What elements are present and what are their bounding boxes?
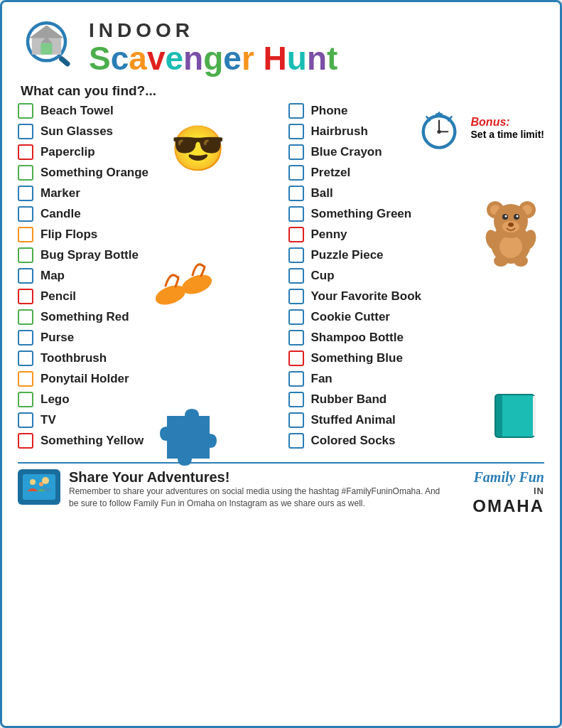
item-label: Your Favorite Book (311, 289, 422, 304)
n-letter: n (183, 42, 203, 75)
svg-rect-36 (495, 395, 502, 437)
list-item[interactable]: Shampoo Bottle (288, 330, 545, 346)
item-label: Pencil (40, 289, 76, 304)
checkbox[interactable] (18, 350, 33, 366)
checkbox[interactable] (288, 124, 304, 139)
checkbox[interactable] (288, 371, 304, 387)
checkbox[interactable] (18, 289, 33, 304)
list-item[interactable]: Marker (18, 186, 274, 201)
item-label: Candle (40, 207, 81, 221)
checkbox[interactable] (18, 330, 33, 346)
e-letter: e (165, 42, 183, 75)
checkbox[interactable] (18, 433, 33, 449)
checkbox[interactable] (288, 165, 304, 181)
e2-letter: e (223, 42, 242, 75)
list-item[interactable]: Something Orange (18, 165, 274, 181)
checklist-area: Bonus: Set a time limit! Beach TowelSun … (18, 103, 544, 454)
checkbox[interactable] (288, 433, 304, 449)
list-item[interactable]: Sun Glasses (18, 124, 274, 139)
svg-rect-9 (435, 113, 443, 117)
a-letter: a (129, 42, 147, 75)
list-item[interactable]: Map (18, 268, 274, 284)
list-item[interactable]: Cookie Cutter (288, 309, 545, 325)
checkbox[interactable] (288, 289, 304, 304)
list-item[interactable]: Purse (18, 330, 274, 346)
checkbox[interactable] (288, 268, 304, 284)
item-label: Phone (311, 104, 348, 118)
v-letter: v (147, 42, 166, 75)
svg-rect-4 (40, 43, 52, 55)
title-block: INDOOR Scavenger Hunt (89, 19, 337, 75)
list-item[interactable]: Ponytail Holder (18, 371, 274, 387)
footer: Share Your Adventures! Remember to share… (18, 462, 544, 516)
item-label: Something Blue (311, 351, 403, 365)
list-item[interactable]: TV (18, 412, 274, 428)
checkbox[interactable] (18, 124, 33, 139)
list-item[interactable]: Bug Spray Bottle (18, 247, 274, 263)
list-item[interactable]: Something Yellow (18, 433, 274, 449)
checkbox[interactable] (18, 412, 33, 428)
checkbox[interactable] (288, 186, 304, 201)
checkbox[interactable] (288, 392, 304, 407)
list-item[interactable]: Cup (288, 268, 545, 284)
list-item[interactable]: Paperclip (18, 144, 274, 160)
list-item[interactable]: Candle (18, 206, 274, 222)
checkbox[interactable] (18, 268, 33, 284)
brand-family-fun: Family Fun (459, 469, 544, 486)
list-item[interactable]: Beach Towel (18, 103, 274, 119)
svg-rect-38 (533, 396, 536, 436)
checkbox[interactable] (18, 309, 33, 325)
n2-letter: n (307, 42, 327, 75)
list-item[interactable]: Something Blue (288, 350, 545, 366)
checkbox[interactable] (18, 392, 33, 407)
item-label: Ponytail Holder (40, 372, 129, 386)
footer-brand: Family Fun IN OMAHA (459, 469, 544, 516)
checkbox[interactable] (18, 227, 33, 242)
list-item[interactable]: Flip Flops (18, 227, 274, 242)
list-item[interactable]: Pretzel (288, 165, 545, 181)
checkbox[interactable] (288, 330, 304, 346)
checkbox[interactable] (288, 309, 304, 325)
checkbox[interactable] (288, 103, 304, 119)
brand-in: IN (459, 486, 544, 496)
checkbox[interactable] (18, 371, 33, 387)
subtitle: What can you find?... (21, 83, 544, 99)
item-label: Paperclip (40, 145, 95, 159)
svg-point-43 (39, 482, 43, 486)
bonus-box: Bonus: Set a time limit! (414, 103, 544, 153)
checkbox[interactable] (288, 144, 304, 160)
checkbox[interactable] (288, 247, 304, 263)
list-item[interactable]: Pencil (18, 289, 274, 304)
checkbox[interactable] (18, 165, 33, 181)
list-item[interactable]: Something Red (18, 309, 274, 325)
checkbox[interactable] (288, 227, 304, 242)
checkbox[interactable] (288, 350, 304, 366)
checkbox[interactable] (18, 206, 33, 222)
item-label: Fan (311, 372, 333, 386)
g-letter: g (203, 42, 223, 75)
item-label: Something Red (40, 310, 129, 324)
share-body: Remember to share your adventures on soc… (69, 486, 450, 510)
list-item[interactable]: Fan (288, 371, 545, 387)
c-letter: c (111, 42, 129, 75)
item-label: Map (40, 269, 65, 283)
teddy-bear-deco (481, 196, 541, 269)
checkbox[interactable] (18, 247, 33, 263)
footer-icon (18, 469, 60, 505)
list-item[interactable]: Lego (18, 392, 274, 407)
list-item[interactable]: Your Favorite Book (288, 289, 545, 304)
svg-rect-6 (58, 55, 71, 68)
checkbox[interactable] (18, 144, 33, 160)
item-label: Marker (40, 186, 80, 200)
item-label: Ball (311, 186, 333, 200)
checkbox[interactable] (288, 206, 304, 222)
stopwatch-icon (414, 103, 464, 153)
checkbox[interactable] (18, 103, 33, 119)
checkbox[interactable] (18, 186, 33, 201)
s-letter: S (89, 42, 111, 75)
svg-point-13 (437, 130, 441, 134)
list-item[interactable]: Toothbrush (18, 350, 274, 366)
item-label: Cup (311, 269, 335, 283)
r-letter: r (242, 42, 254, 75)
checkbox[interactable] (288, 412, 304, 428)
